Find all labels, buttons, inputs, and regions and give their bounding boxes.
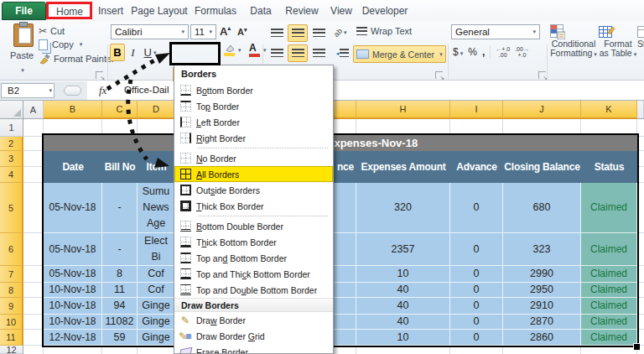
merge-center-dropdown-arrow[interactable]: ▾ [439, 51, 443, 58]
format-painter-button[interactable]: Format Painter [39, 53, 115, 65]
merge-center-button[interactable]: Merge & Center ▾ [353, 45, 446, 63]
bill-no-cell[interactable]: - [102, 183, 138, 233]
cut-button[interactable]: ✂ Cut [39, 25, 65, 37]
number-format-dropdown-arrow[interactable]: ▾ [532, 29, 536, 35]
expenses-cell[interactable]: 40 [356, 298, 450, 315]
align-middle-button[interactable] [288, 24, 308, 42]
item-cell[interactable]: ElectBi [138, 233, 175, 266]
closing-cell[interactable]: 680 [503, 183, 581, 233]
date-cell[interactable]: 05-Nov-18 [44, 233, 102, 266]
row-header-1[interactable]: 1 [0, 119, 23, 137]
insert-function-button[interactable]: fx [99, 84, 106, 97]
row-header-8[interactable]: 8 [0, 283, 23, 298]
tab-developer[interactable]: Developer [359, 2, 411, 20]
table-header-status[interactable]: Status [581, 151, 637, 183]
advance-cell[interactable]: 0 [450, 233, 503, 266]
menu-item-top-border[interactable]: Top Border [174, 98, 333, 114]
format-as-table-button[interactable]: Formatas Table▾ [599, 23, 637, 59]
name-box[interactable]: B2 ▾ [1, 83, 55, 98]
wrap-text-button[interactable]: Wrap Text [356, 26, 412, 36]
menu-item-draw-border-grid[interactable]: ✎▦Draw Border Grid [174, 328, 333, 344]
bill-no-cell[interactable]: 8 [102, 266, 138, 283]
align-left-button[interactable] [267, 44, 287, 62]
align-center-button[interactable] [288, 44, 308, 62]
menu-item-draw-border[interactable]: ✎Draw Border [174, 312, 333, 328]
advance-cell[interactable]: 0 [450, 315, 503, 330]
clipboard-dialog-launcher[interactable] [96, 71, 103, 79]
formula-input[interactable]: Office-Dail [124, 85, 169, 95]
column-header-b[interactable]: B [44, 101, 102, 119]
tab-insert[interactable]: Insert [92, 2, 129, 20]
date-cell[interactable]: 05-Nov-18 [44, 183, 102, 233]
name-box-dropdown-arrow[interactable]: ▾ [49, 87, 52, 94]
copy-button[interactable]: Copy ▾ [39, 39, 82, 50]
menu-item-all-borders[interactable]: All Borders [174, 166, 333, 182]
item-cell[interactable]: Ginge [138, 315, 175, 330]
row-header-5[interactable]: 5 [0, 183, 23, 233]
row-header-12[interactable]: 12 [0, 346, 23, 354]
paste-button[interactable]: Paste ▾ [7, 23, 37, 72]
table-header-expenses-amount[interactable]: Expenses Amount [356, 151, 450, 183]
menu-item-right-border[interactable]: Right Border [174, 130, 333, 146]
expenses-cell[interactable]: 10 [356, 330, 450, 346]
number-format-combo[interactable]: General▾ [451, 24, 540, 39]
menu-item-left-border[interactable]: Left Border [174, 114, 333, 130]
menu-item-bottom-double-border[interactable]: Bottom Double Border [174, 218, 333, 234]
table-header-bill-no[interactable]: Bill No [102, 151, 138, 183]
select-all-corner[interactable] [0, 101, 23, 119]
row-header-6[interactable]: 6 [0, 233, 23, 266]
increase-decimal-button[interactable]: ←+.0.00 [496, 46, 510, 58]
date-cell[interactable]: 05-Nov-18 [44, 266, 102, 283]
conditional-formatting-button[interactable]: ConditionalFormatting▾ [550, 23, 597, 59]
closing-cell[interactable]: 2990 [503, 266, 581, 283]
column-header-j[interactable]: J [503, 101, 581, 119]
decrease-decimal-button[interactable]: .00→+.0 [515, 46, 529, 58]
formula-bar-handle[interactable] [64, 86, 81, 96]
status-cell[interactable]: Claimed [581, 315, 637, 330]
closing-cell[interactable]: 2860 [503, 330, 581, 346]
bold-button[interactable]: B [110, 44, 125, 61]
expenses-cell[interactable]: 2357 [356, 233, 450, 266]
status-cell[interactable]: Claimed [581, 283, 637, 298]
table-header-advance[interactable]: Advance [450, 151, 503, 183]
expenses-cell[interactable]: 40 [356, 283, 450, 298]
fill-handle[interactable] [633, 343, 640, 350]
column-header-h[interactable]: H [356, 101, 450, 119]
status-cell[interactable]: Claimed [581, 183, 637, 233]
grow-font-button[interactable]: A▴ [220, 25, 231, 38]
shrink-font-button[interactable]: A▾ [237, 27, 247, 37]
decrease-indent-button[interactable]: ◄ [332, 44, 352, 62]
table-header-closing-balance[interactable]: Closing Balance [503, 151, 581, 183]
row-header-11[interactable]: 11 [0, 330, 23, 346]
bill-no-cell[interactable]: - [102, 233, 138, 266]
bill-no-cell[interactable]: 11082 [102, 315, 138, 330]
advance-cell[interactable]: 0 [450, 298, 503, 315]
bill-no-cell[interactable]: 59 [102, 330, 138, 346]
align-bottom-button[interactable] [309, 24, 329, 42]
tab-file[interactable]: File [2, 2, 46, 20]
cell-styles-button[interactable]: St [637, 23, 644, 49]
menu-item-bottom-border[interactable]: Bottom Border [174, 82, 333, 98]
font-size-dropdown-arrow[interactable]: ▾ [209, 29, 212, 35]
column-header-c[interactable]: C [102, 101, 138, 119]
expenses-cell[interactable]: 10 [356, 266, 450, 283]
font-name-dropdown-arrow[interactable]: ▾ [181, 29, 184, 35]
status-cell[interactable]: Claimed [581, 233, 637, 266]
menu-item-no-border[interactable]: No Border [174, 150, 333, 166]
table-header-item[interactable]: Item [138, 151, 175, 183]
row-header-3[interactable]: 3 [0, 151, 23, 167]
menu-item-thick-box-border[interactable]: Thick Box Border [174, 198, 333, 214]
orientation-button[interactable]: ab▾ [334, 24, 356, 41]
menu-item-top-and-bottom-border[interactable]: Top and Bottom Border [174, 250, 333, 266]
date-cell[interactable]: 10-Nov-18 [44, 315, 102, 330]
closing-cell[interactable]: 323 [503, 233, 581, 266]
row-header-9[interactable]: 9 [0, 298, 23, 315]
closing-cell[interactable]: 2910 [503, 298, 581, 315]
item-cell[interactable]: Ginge [138, 330, 175, 346]
font-size-combo[interactable]: 11▾ [190, 24, 216, 39]
expenses-cell[interactable]: 40 [356, 315, 450, 330]
closing-cell[interactable]: 2870 [503, 315, 581, 330]
item-cell[interactable]: Cof [138, 266, 175, 283]
paste-dropdown-arrow[interactable]: ▾ [21, 67, 24, 73]
advance-cell[interactable]: 0 [450, 183, 503, 233]
